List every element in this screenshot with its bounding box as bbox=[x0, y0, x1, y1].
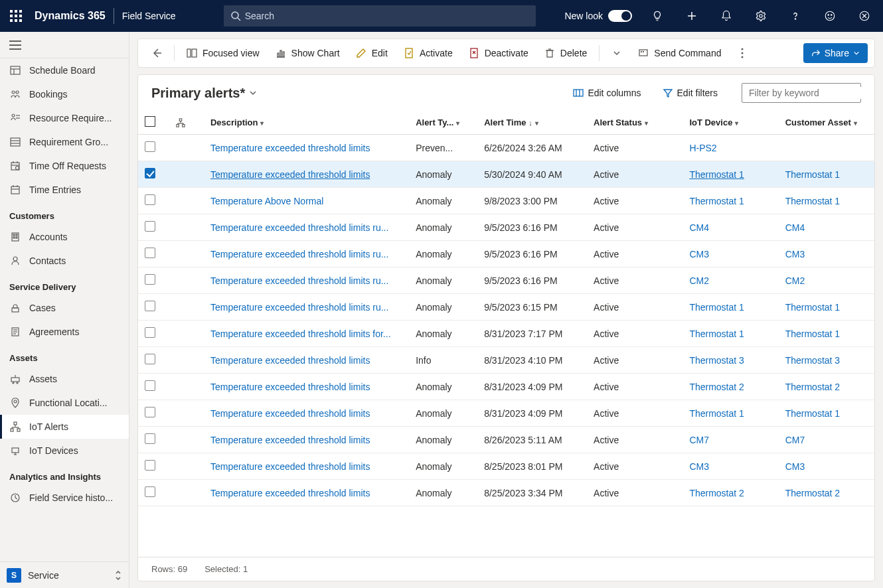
nav-item[interactable]: Bookings bbox=[0, 82, 129, 106]
customer-asset-link[interactable]: Thermostat 1 bbox=[785, 408, 840, 419]
customer-asset-link[interactable]: CM2 bbox=[785, 275, 805, 286]
iot-device-link[interactable]: CM4 bbox=[689, 222, 709, 233]
row-checkbox[interactable] bbox=[145, 301, 155, 311]
table-row[interactable]: Temperature exceeded threshold limitsAno… bbox=[138, 453, 874, 480]
nav-item[interactable]: Agreements bbox=[0, 320, 129, 344]
horizontal-scrollbar[interactable] bbox=[147, 546, 865, 557]
table-row[interactable]: Temperature exceeded threshold limits ru… bbox=[138, 294, 874, 321]
description-link[interactable]: Temperature exceeded threshold limits bbox=[210, 488, 370, 498]
nav-item[interactable]: Schedule Board bbox=[0, 58, 129, 82]
row-checkbox[interactable] bbox=[145, 327, 155, 338]
description-link[interactable]: Temperature exceeded threshold limits ru… bbox=[210, 302, 388, 313]
deactivate-button[interactable]: Deactivate bbox=[462, 42, 535, 64]
table-row[interactable]: Temperature exceeded threshold limitsAno… bbox=[138, 400, 874, 427]
table-row[interactable]: Temperature exceeded threshold limits ru… bbox=[138, 214, 874, 241]
col-customer-asset[interactable]: Customer Asset▾ bbox=[779, 111, 874, 135]
description-link[interactable]: Temperature exceeded threshold limits bbox=[210, 461, 370, 472]
iot-device-link[interactable]: CM3 bbox=[689, 249, 709, 259]
customer-asset-link[interactable]: CM3 bbox=[785, 249, 805, 259]
description-link[interactable]: Temperature exceeded threshold limits ru… bbox=[210, 249, 388, 259]
row-checkbox[interactable] bbox=[145, 460, 155, 471]
description-link[interactable]: Temperature exceeded threshold limits ru… bbox=[210, 275, 388, 286]
description-link[interactable]: Temperature exceeded threshold limits bbox=[210, 382, 370, 392]
col-alert-time[interactable]: Alert Time ↓▾ bbox=[477, 111, 587, 135]
nav-collapse-button[interactable] bbox=[0, 32, 129, 58]
nav-item[interactable]: Requirement Gro... bbox=[0, 130, 129, 154]
view-selector[interactable]: Primary alerts* bbox=[151, 86, 257, 101]
iot-device-link[interactable]: CM7 bbox=[689, 435, 709, 445]
global-search[interactable] bbox=[224, 5, 536, 27]
grid-scroll[interactable]: Description▾ Alert Ty...▾ Alert Time ↓▾ … bbox=[138, 111, 874, 546]
help-button[interactable] bbox=[782, 0, 809, 32]
row-checkbox[interactable] bbox=[145, 248, 155, 258]
nav-item[interactable]: IoT Alerts bbox=[0, 415, 129, 439]
row-checkbox[interactable] bbox=[145, 354, 155, 364]
description-link[interactable]: Temperature exceeded threshold limits bbox=[210, 408, 370, 419]
notifications-button[interactable] bbox=[713, 0, 740, 32]
edit-button[interactable]: Edit bbox=[349, 42, 394, 64]
description-link[interactable]: Temperature exceeded threshold limits ru… bbox=[210, 222, 388, 233]
row-checkbox[interactable] bbox=[145, 274, 155, 285]
description-link[interactable]: Temperature Above Normal bbox=[210, 196, 323, 206]
iot-device-link[interactable]: CM2 bbox=[689, 275, 709, 286]
col-select-all[interactable] bbox=[138, 111, 169, 135]
table-row[interactable]: Temperature exceeded threshold limitsAno… bbox=[138, 480, 874, 506]
customer-asset-link[interactable]: Thermostat 2 bbox=[785, 382, 840, 392]
new-look-toggle[interactable]: New look bbox=[564, 10, 632, 22]
table-row[interactable]: Temperature exceeded threshold limitsInf… bbox=[138, 347, 874, 374]
customer-asset-link[interactable]: Thermostat 1 bbox=[785, 169, 840, 180]
app-launcher-button[interactable] bbox=[5, 5, 27, 27]
back-button[interactable] bbox=[145, 42, 169, 64]
col-alert-status[interactable]: Alert Status▾ bbox=[587, 111, 682, 135]
iot-device-link[interactable]: H-PS2 bbox=[689, 143, 716, 153]
row-checkbox[interactable] bbox=[145, 433, 155, 444]
nav-item[interactable]: Time Off Requests bbox=[0, 154, 129, 178]
row-checkbox[interactable] bbox=[145, 221, 155, 232]
add-button[interactable] bbox=[679, 0, 705, 32]
keyword-filter-input[interactable] bbox=[748, 87, 866, 99]
table-row[interactable]: Temperature exceeded threshold limitsPre… bbox=[138, 135, 874, 161]
nav-item[interactable]: Cases bbox=[0, 296, 129, 320]
iot-device-link[interactable]: Thermostat 2 bbox=[689, 382, 744, 392]
customer-asset-link[interactable]: Thermostat 1 bbox=[785, 329, 840, 339]
col-alert-type[interactable]: Alert Ty...▾ bbox=[409, 111, 477, 135]
description-link[interactable]: Temperature exceeded threshold limits fo… bbox=[210, 329, 391, 339]
row-checkbox[interactable] bbox=[145, 407, 155, 417]
customer-asset-link[interactable]: CM3 bbox=[785, 461, 805, 472]
nav-item[interactable]: Resource Require... bbox=[0, 106, 129, 130]
keyword-filter[interactable] bbox=[742, 83, 861, 103]
customer-asset-link[interactable]: Thermostat 1 bbox=[785, 302, 840, 313]
nav-item[interactable]: IoT Devices bbox=[0, 439, 129, 463]
customer-asset-link[interactable]: CM7 bbox=[785, 435, 805, 445]
table-row[interactable]: Temperature exceeded threshold limits ru… bbox=[138, 241, 874, 267]
nav-item[interactable]: Accounts bbox=[0, 225, 129, 249]
share-button[interactable]: Share bbox=[803, 43, 868, 63]
table-row[interactable]: Temperature exceeded threshold limitsAno… bbox=[138, 374, 874, 400]
iot-device-link[interactable]: Thermostat 1 bbox=[689, 196, 744, 206]
row-checkbox[interactable] bbox=[145, 168, 155, 179]
focused-view-button[interactable]: Focused view bbox=[180, 42, 266, 64]
nav-item[interactable]: Contacts bbox=[0, 249, 129, 273]
col-iot-device[interactable]: IoT Device▾ bbox=[682, 111, 778, 135]
table-row[interactable]: Temperature exceeded threshold limits ru… bbox=[138, 267, 874, 294]
iot-device-link[interactable]: Thermostat 1 bbox=[689, 408, 744, 419]
more-commands-split[interactable] bbox=[605, 42, 629, 64]
edit-filters-button[interactable]: Edit filters bbox=[659, 85, 722, 101]
customer-asset-link[interactable]: Thermostat 1 bbox=[785, 196, 840, 206]
nav-item[interactable]: Functional Locati... bbox=[0, 391, 129, 415]
row-checkbox[interactable] bbox=[145, 380, 155, 391]
activate-button[interactable]: Activate bbox=[397, 42, 459, 64]
table-row[interactable]: Temperature exceeded threshold limitsAno… bbox=[138, 161, 874, 188]
iot-device-link[interactable]: Thermostat 1 bbox=[689, 302, 744, 313]
lightbulb-button[interactable] bbox=[644, 0, 671, 32]
col-hierarchy[interactable] bbox=[169, 111, 204, 135]
col-description[interactable]: Description▾ bbox=[204, 111, 409, 135]
row-checkbox[interactable] bbox=[145, 141, 155, 152]
edit-columns-button[interactable]: Edit columns bbox=[569, 85, 645, 101]
customer-asset-link[interactable]: Thermostat 3 bbox=[785, 355, 840, 366]
iot-device-link[interactable]: Thermostat 2 bbox=[689, 488, 744, 498]
nav-item[interactable]: Field Service histo... bbox=[0, 486, 129, 510]
nav-item[interactable]: Time Entries bbox=[0, 178, 129, 202]
table-row[interactable]: Temperature Above NormalAnomaly9/8/2023 … bbox=[138, 188, 874, 214]
description-link[interactable]: Temperature exceeded threshold limits bbox=[210, 355, 370, 366]
